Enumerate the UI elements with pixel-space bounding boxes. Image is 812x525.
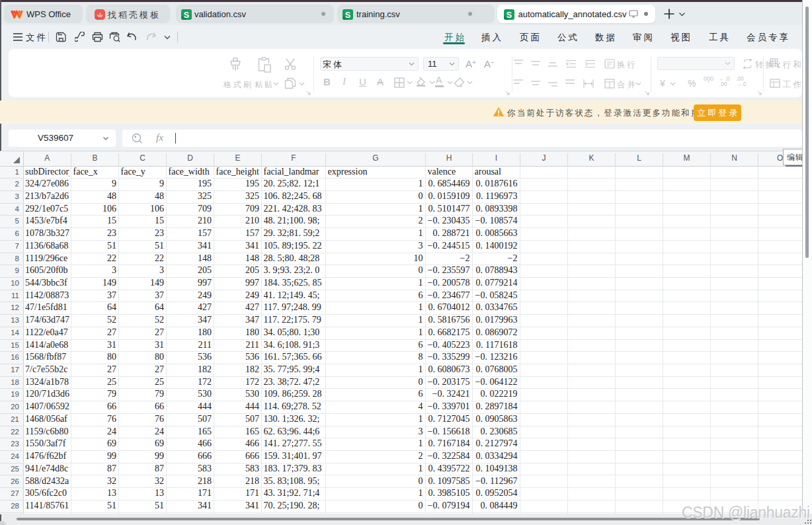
svg-text:S: S <box>183 10 188 19</box>
svg-text:S: S <box>345 10 350 19</box>
svg-text:S: S <box>506 10 511 19</box>
